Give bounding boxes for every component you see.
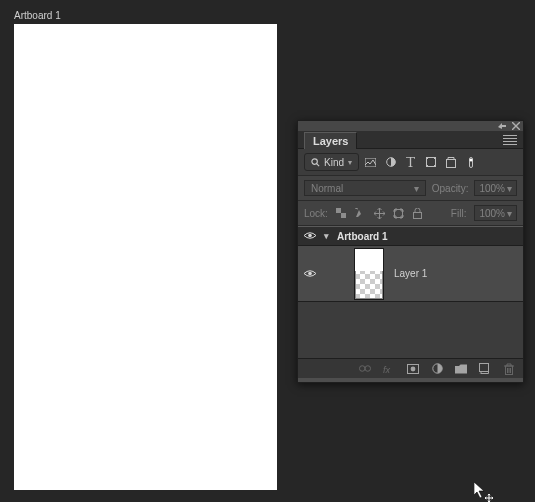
- layer-tree-empty[interactable]: [298, 302, 523, 358]
- svg-point-17: [308, 271, 312, 275]
- fill-label: Fill:: [451, 208, 467, 219]
- chevron-down-icon: ▾: [507, 208, 512, 219]
- tab-layers[interactable]: Layers: [304, 132, 357, 149]
- svg-rect-19: [365, 366, 371, 372]
- svg-rect-15: [413, 212, 421, 218]
- blend-mode-value: Normal: [311, 183, 343, 194]
- adjustment-layer-icon[interactable]: [431, 363, 443, 375]
- filter-pixel-icon[interactable]: [365, 157, 376, 168]
- layer-tree: ▾ Artboard 1 Layer 1: [298, 226, 523, 358]
- svg-rect-13: [341, 213, 346, 218]
- group-icon[interactable]: [455, 363, 467, 375]
- collapse-icon[interactable]: [498, 122, 506, 130]
- lock-transparent-icon[interactable]: [336, 208, 347, 219]
- filter-smartobject-icon[interactable]: [445, 157, 456, 168]
- opacity-value: 100%: [479, 183, 505, 194]
- svg-rect-12: [336, 208, 341, 213]
- lock-row: Lock: Fill: 100% ▾: [298, 201, 523, 226]
- svg-point-16: [308, 234, 312, 238]
- move-cursor-icon: [474, 482, 492, 500]
- lock-label: Lock:: [304, 208, 328, 219]
- panel-tabbar: Layers: [298, 131, 523, 149]
- svg-point-0: [312, 158, 317, 163]
- svg-text:fx: fx: [383, 365, 391, 374]
- filter-kind-label: Kind: [324, 157, 344, 168]
- layer-thumbnail[interactable]: [354, 248, 384, 300]
- chevron-down-icon: ▾: [414, 183, 419, 194]
- layer-row[interactable]: Layer 1: [298, 246, 523, 302]
- layer-filter-row: Kind ▾: [298, 149, 523, 176]
- svg-point-11: [469, 158, 472, 161]
- blend-row: Normal ▾ Opacity: 100% ▾: [298, 176, 523, 201]
- svg-rect-24: [480, 364, 489, 372]
- layer-mask-icon[interactable]: [407, 363, 419, 375]
- layer-fx-icon[interactable]: fx: [383, 363, 395, 375]
- svg-line-1: [317, 163, 320, 166]
- layers-panel: Layers Kind ▾ Normal ▾ Opacity: 100% ▾: [297, 120, 524, 383]
- visibility-icon[interactable]: [304, 269, 316, 279]
- lock-image-icon[interactable]: [355, 208, 366, 219]
- filter-kind-dropdown[interactable]: Kind ▾: [304, 153, 359, 171]
- fill-value: 100%: [479, 208, 505, 219]
- svg-point-22: [411, 366, 416, 371]
- lock-artboard-icon[interactable]: [393, 208, 404, 219]
- lock-position-icon[interactable]: [374, 208, 385, 219]
- lock-all-icon[interactable]: [412, 208, 423, 219]
- artboard-name: Artboard 1: [337, 231, 388, 242]
- artboard-title: Artboard 1: [14, 10, 61, 21]
- chevron-down-icon: ▾: [507, 183, 512, 194]
- artboard-row[interactable]: ▾ Artboard 1: [298, 226, 523, 246]
- panel-menu-icon[interactable]: [503, 135, 517, 145]
- close-icon[interactable]: [512, 122, 520, 130]
- panel-resize-grip[interactable]: [298, 378, 523, 382]
- filter-type-icon[interactable]: [405, 157, 416, 168]
- filter-toggle-icon[interactable]: [465, 157, 476, 168]
- delete-layer-icon[interactable]: [503, 363, 515, 375]
- filter-adjustment-icon[interactable]: [385, 157, 396, 168]
- link-layers-icon[interactable]: [359, 363, 371, 375]
- twisty-icon[interactable]: ▾: [324, 231, 329, 241]
- blend-mode-dropdown[interactable]: Normal ▾: [304, 180, 426, 196]
- svg-rect-6: [434, 157, 436, 159]
- svg-rect-5: [426, 157, 428, 159]
- chevron-down-icon: ▾: [348, 158, 352, 167]
- panel-bottom-bar: fx: [298, 358, 523, 378]
- filter-shape-icon[interactable]: [425, 157, 436, 168]
- svg-rect-8: [434, 165, 436, 167]
- panel-titlebar[interactable]: [298, 121, 523, 131]
- fill-input[interactable]: 100% ▾: [474, 205, 517, 221]
- svg-rect-9: [446, 159, 455, 167]
- opacity-label: Opacity:: [432, 183, 469, 194]
- svg-rect-7: [426, 165, 428, 167]
- opacity-input[interactable]: 100% ▾: [474, 180, 517, 196]
- new-layer-icon[interactable]: [479, 363, 491, 375]
- layer-name: Layer 1: [394, 268, 427, 279]
- visibility-icon[interactable]: [304, 231, 316, 241]
- svg-rect-18: [359, 366, 365, 372]
- artboard-canvas[interactable]: [14, 24, 277, 490]
